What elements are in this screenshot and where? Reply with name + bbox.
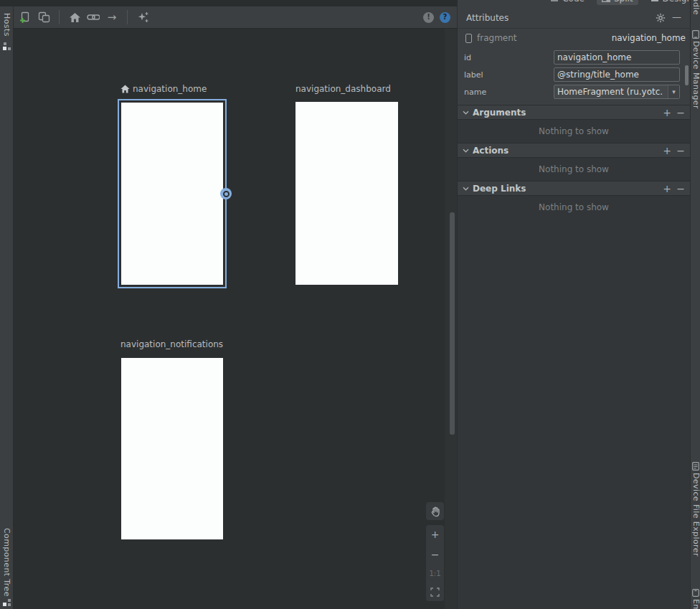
action-arrow-icon: →	[108, 12, 117, 23]
nested-graph-icon	[37, 11, 50, 24]
destination-navigation-dashboard[interactable]	[295, 102, 398, 285]
destination-header-navigation-notifications: navigation_notifications	[120, 339, 223, 349]
attributes-panel: Code Split Design Attributes	[457, 0, 690, 609]
zoom-in-button[interactable]: +	[426, 529, 444, 539]
zoom-controls: + − 1:1	[426, 525, 444, 601]
add-deep-link-button[interactable]: +	[663, 183, 671, 194]
fragment-icon	[465, 34, 472, 43]
actions-empty-text: Nothing to show	[458, 158, 690, 181]
deep-links-empty-text: Nothing to show	[458, 196, 690, 219]
hide-panel-button[interactable]: —	[672, 11, 681, 22]
section-header-actions[interactable]: Actions + −	[458, 143, 690, 158]
section-header-deep-links[interactable]: Deep Links + −	[458, 181, 690, 196]
pan-button[interactable]	[426, 502, 444, 520]
gear-icon[interactable]	[656, 13, 666, 23]
tool-window-button-emulator[interactable]: Emulator	[691, 599, 700, 609]
zoom-to-fit-icon	[430, 587, 440, 597]
component-id: navigation_home	[612, 33, 686, 43]
destination-header-navigation-home: navigation_home	[120, 84, 207, 94]
nav-graph-canvas[interactable]: navigation_home navigation_dashboard nav…	[14, 29, 457, 609]
destination-label: navigation_home	[133, 84, 207, 94]
zoom-100-button[interactable]: 1:1	[426, 570, 444, 577]
id-field-label: id	[464, 53, 471, 62]
destination-preview[interactable]	[121, 103, 223, 285]
new-destination-icon	[19, 11, 32, 24]
auto-arrange-button[interactable]	[136, 11, 149, 24]
destination-label: navigation_notifications	[120, 339, 223, 349]
device-file-explorer-icon[interactable]	[692, 462, 699, 471]
remove-action-button[interactable]: −	[676, 145, 685, 156]
tool-window-button-hosts[interactable]: Hosts	[2, 13, 11, 37]
assign-start-destination-button[interactable]	[68, 11, 81, 24]
field-row-label: label	[458, 67, 690, 82]
chevron-down-icon	[463, 148, 469, 153]
attributes-header: Attributes —	[458, 7, 690, 29]
attribute-sections: Arguments + − Nothing to show Actions + …	[458, 105, 690, 609]
connection-handle-ring	[223, 191, 230, 197]
section-header-arguments[interactable]: Arguments + −	[458, 105, 690, 120]
name-dropdown-value: HomeFragment (ru.yotc.	[557, 87, 668, 97]
chevron-down-icon: ▾	[668, 85, 679, 98]
editor-mode-tabs: Code Split Design	[458, 0, 700, 7]
section-title: Arguments	[473, 108, 526, 118]
tab-split[interactable]: Split	[597, 0, 638, 5]
label-input[interactable]	[554, 67, 680, 82]
label-field-label: label	[464, 70, 483, 80]
tool-window-button-device-manager[interactable]: Device Manager	[691, 41, 700, 109]
deep-link-button[interactable]	[87, 11, 100, 24]
code-view-icon	[550, 0, 559, 3]
emulator-icon[interactable]	[692, 588, 699, 597]
help-icon[interactable]: ?	[440, 12, 450, 23]
destination-label: navigation_dashboard	[295, 84, 391, 94]
name-dropdown[interactable]: HomeFragment (ru.yotc. ▾	[554, 85, 680, 99]
link-icon	[87, 12, 100, 22]
component-type: fragment	[477, 33, 517, 43]
hand-pan-icon	[430, 506, 441, 517]
arguments-empty-text: Nothing to show	[458, 120, 690, 143]
split-view-icon	[602, 0, 610, 3]
add-argument-button[interactable]: +	[663, 107, 671, 118]
tab-code[interactable]: Code	[545, 0, 590, 5]
destination-navigation-notifications[interactable]	[121, 358, 223, 539]
destination-navigation-home[interactable]	[118, 99, 227, 288]
add-action-button[interactable]: →	[105, 11, 118, 24]
home-icon	[69, 12, 81, 23]
destination-header-navigation-dashboard: navigation_dashboard	[295, 84, 391, 94]
field-row-name: name HomeFragment (ru.yotc. ▾	[458, 85, 690, 99]
canvas-scrollbar-thumb[interactable]	[450, 212, 455, 435]
toolbar-separator	[59, 10, 60, 24]
section-title: Actions	[473, 146, 509, 156]
nav-editor-toolbar: → ! ?	[14, 6, 457, 29]
new-destination-button[interactable]	[19, 11, 32, 24]
action-connection-handle[interactable]	[220, 188, 232, 199]
device-manager-icon[interactable]	[692, 30, 699, 39]
name-field-label: name	[464, 88, 486, 97]
tool-window-button-component-tree[interactable]: Component Tree	[2, 528, 11, 597]
design-view-icon	[651, 0, 659, 3]
selected-component-row: fragment navigation_home	[458, 32, 690, 45]
chevron-down-icon	[463, 110, 469, 115]
right-tool-stripe: Gradle Device Manager Device File Explor…	[690, 0, 700, 609]
sparkles-icon	[136, 11, 149, 24]
remove-deep-link-button[interactable]: −	[676, 183, 685, 194]
tool-window-button-device-file-explorer[interactable]: Device File Explorer	[691, 473, 700, 557]
zoom-out-button[interactable]: −	[426, 549, 444, 560]
nested-graph-button[interactable]	[37, 11, 50, 24]
start-destination-home-icon	[120, 85, 130, 93]
panel-scrollbar-thumb[interactable]	[685, 65, 689, 85]
left-tool-stripe: Hosts Component Tree	[0, 6, 14, 609]
chevron-down-icon	[463, 187, 469, 191]
id-input[interactable]	[554, 50, 680, 65]
hosts-tool-icon[interactable]	[3, 42, 11, 50]
field-row-id: id	[458, 50, 690, 65]
tool-window-button-gradle[interactable]: Gradle	[691, 0, 700, 15]
remove-argument-button[interactable]: −	[676, 107, 685, 118]
attributes-title: Attributes	[466, 13, 509, 23]
issues-indicator-icon[interactable]: !	[423, 12, 434, 23]
section-title: Deep Links	[473, 184, 526, 194]
component-tree-tool-icon[interactable]	[3, 598, 11, 606]
add-action-button[interactable]: +	[663, 145, 671, 156]
zoom-to-fit-button[interactable]	[426, 587, 444, 597]
toolbar-separator	[127, 10, 128, 24]
window-top-strip	[0, 0, 457, 6]
